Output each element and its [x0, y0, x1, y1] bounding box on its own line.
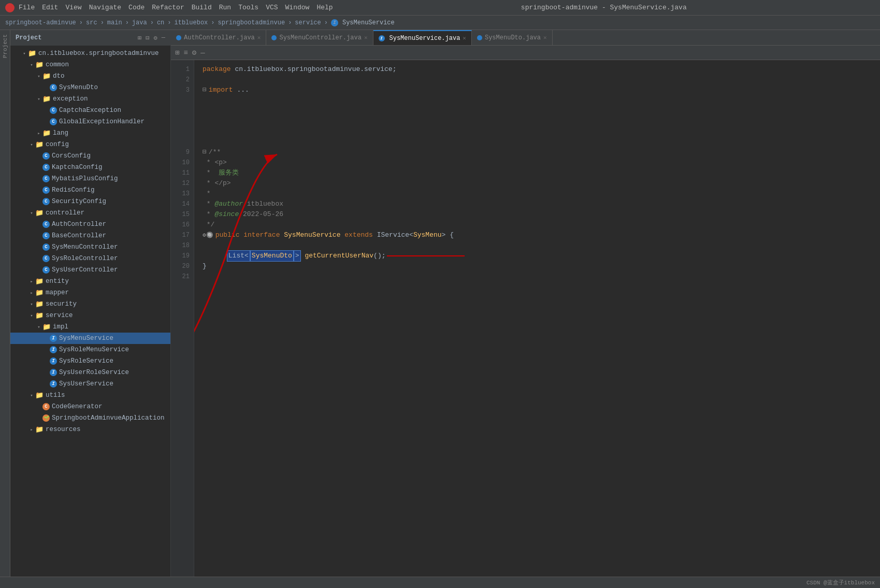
tab-icon [271, 35, 277, 40]
project-panel-tab[interactable]: Project [2, 34, 8, 58]
tree-label: SysMenuService [59, 335, 113, 342]
code-line-17: ⚙🔘 public interface SysMenuService exten… [203, 230, 880, 240]
menu-navigate[interactable]: Navigate [89, 4, 121, 11]
breadcrumb-item[interactable]: src [86, 19, 97, 26]
tree-item-config[interactable]: ▾ 📁 config [10, 139, 170, 150]
tree-item-common[interactable]: ▾ 📁 common [10, 59, 170, 70]
settings-btn[interactable]: ⚙ [154, 34, 157, 42]
tab-SysMenuController[interactable]: SysMenuController.java ✕ [266, 30, 373, 46]
menu-view[interactable]: View [65, 4, 81, 11]
tree-item-impl[interactable]: ▾ 📁 impl [10, 321, 170, 333]
tab-SysMenuService[interactable]: I SysMenuService.java ✕ [373, 30, 472, 46]
tree-item-root[interactable]: ▾ 📁 cn.itbluebox.springbootadminvue [10, 48, 170, 59]
class-icon: C [50, 118, 57, 125]
code-line-20: } [203, 261, 880, 271]
toolbar-structure-btn[interactable]: ⊞ [175, 48, 179, 57]
tree-item-utils[interactable]: ▾ 📁 utils [10, 390, 170, 401]
tree-item-exception[interactable]: ▾ 📁 exception [10, 93, 170, 105]
tree-item-SpringbootAdminvueApplication[interactable]: ▸ 🌱 SpringbootAdminvueApplication [10, 412, 170, 424]
code-content[interactable]: package cn.itbluebox.springbootadminvue.… [194, 60, 880, 577]
window-title: springboot-adminvue - SysMenuService.jav… [333, 4, 875, 11]
tree-label: SecurityConfig [52, 198, 106, 205]
tree-item-BaseController[interactable]: ▸ C BaseController [10, 230, 170, 241]
tree-item-MybatisPlusConfig[interactable]: ▸ C MybatisPlusConfig [10, 173, 170, 184]
folder-icon: 📁 [42, 129, 51, 137]
tree-label: dto [53, 73, 65, 80]
tab-close-btn[interactable]: ✕ [543, 34, 547, 41]
tree-item-KaptchaConfig[interactable]: ▸ C KaptchaConfig [10, 162, 170, 173]
editor-area: AuthController.java ✕ SysMenuController.… [171, 30, 880, 577]
interface-icon: I [50, 346, 57, 353]
tree-item-SysUserController[interactable]: ▸ C SysUserController [10, 264, 170, 276]
tree-item-CorsConfig[interactable]: ▸ C CorsConfig [10, 150, 170, 162]
tab-close-btn[interactable]: ✕ [463, 35, 466, 41]
menu-file[interactable]: File [19, 4, 35, 11]
breadcrumb-item[interactable]: main [107, 19, 122, 26]
tab-close-btn[interactable]: ✕ [257, 34, 261, 41]
menu-help[interactable]: Help [316, 4, 333, 11]
project-tree-panel: Project ⊞ ⊟ ⚙ — ▾ 📁 cn.itbluebox.springb… [10, 30, 171, 577]
tree-item-security[interactable]: ▾ 📁 security [10, 298, 170, 310]
tree-item-CaptchaException[interactable]: ▸ C CaptchaException [10, 105, 170, 116]
tree-item-CodeGenerator[interactable]: ▸ C CodeGenerator [10, 401, 170, 412]
tab-icon [176, 35, 181, 40]
menu-run[interactable]: Run [219, 4, 231, 11]
arrow-icon: ▾ [35, 73, 42, 80]
tree-item-SysUserRoleService[interactable]: ▸ I SysUserRoleService [10, 367, 170, 378]
breadcrumb-item[interactable]: springbootadminvue [218, 19, 285, 26]
tree-item-service[interactable]: ▾ 📁 service [10, 310, 170, 321]
breadcrumb-item[interactable]: itbluebox [174, 19, 208, 26]
tree-item-SysMenuService[interactable]: ▸ I SysMenuService [10, 333, 170, 344]
tree-item-mapper[interactable]: ▸ 📁 mapper [10, 287, 170, 298]
breadcrumb-item[interactable]: springboot-adminvue [5, 19, 76, 26]
tree-item-AuthController[interactable]: ▸ C AuthController [10, 219, 170, 230]
code-line-18 [203, 240, 880, 251]
tree-item-SysRoleController[interactable]: ▸ C SysRoleController [10, 253, 170, 264]
menu-code[interactable]: Code [128, 4, 145, 11]
tree-item-lang[interactable]: ▸ 📁 lang [10, 127, 170, 139]
tree-label: mapper [46, 289, 69, 296]
menu-vcs[interactable]: VCS [266, 4, 278, 11]
tree-item-resources[interactable]: ▸ 📁 resources [10, 424, 170, 435]
menu-edit[interactable]: Edit [42, 4, 58, 11]
breadcrumb-item[interactable]: cn [157, 19, 164, 26]
tab-close-btn[interactable]: ✕ [364, 34, 368, 41]
tree-item-SysMenuDto[interactable]: ▸ C SysMenuDto [10, 82, 170, 93]
code-editor: 1 2 3 9 10 11 12 13 14 15 16 17 18 19 [171, 60, 880, 577]
tree-label: exception [53, 95, 88, 103]
toolbar-minimize-btn[interactable]: — [200, 49, 205, 57]
tree-item-GlobalExceptionHandler[interactable]: ▸ C GlobalExceptionHandler [10, 116, 170, 127]
tree-item-SecurityConfig[interactable]: ▸ C SecurityConfig [10, 196, 170, 207]
expand-all-btn[interactable]: ⊞ [138, 34, 141, 42]
breadcrumb-item[interactable]: service [295, 19, 321, 26]
menu-window[interactable]: Window [285, 4, 310, 11]
arrow-icon: ▾ [21, 50, 28, 57]
tree-item-SysUserService[interactable]: ▸ I SysUserService [10, 378, 170, 390]
interface-icon: I [50, 335, 57, 342]
menu-refactor[interactable]: Refactor [152, 4, 184, 11]
folder-icon: 📁 [35, 277, 44, 285]
menu-bar[interactable]: File Edit View Navigate Code Refactor Bu… [19, 4, 333, 11]
menu-build[interactable]: Build [192, 4, 212, 11]
tree-item-controller[interactable]: ▾ 📁 controller [10, 207, 170, 219]
tab-SysMenuDto[interactable]: SysMenuDto.java ✕ [472, 30, 553, 46]
code-line-9: ⊟ /** [203, 147, 880, 157]
tree-label: GlobalExceptionHandler [59, 118, 145, 125]
minimize-btn[interactable]: — [162, 34, 165, 42]
tree-item-SysMenuController[interactable]: ▸ C SysMenuController [10, 241, 170, 253]
tree-item-entity[interactable]: ▸ 📁 entity [10, 276, 170, 287]
tree-item-RedisConfig[interactable]: ▸ C RedisConfig [10, 184, 170, 196]
tree-item-dto[interactable]: ▾ 📁 dto [10, 70, 170, 82]
breadcrumb-item[interactable]: java [132, 19, 147, 26]
menu-tools[interactable]: Tools [238, 4, 258, 11]
tree-item-SysRoleMenuService[interactable]: ▸ I SysRoleMenuService [10, 344, 170, 355]
tree-label: resources [46, 426, 81, 433]
toolbar-settings-btn[interactable]: ⚙ [192, 48, 196, 57]
tree-item-SysRoleService[interactable]: ▸ I SysRoleService [10, 355, 170, 367]
main-layout: Project Project ⊞ ⊟ ⚙ — ▾ 📁 cn.itbluebox… [0, 30, 880, 577]
collapse-all-btn[interactable]: ⊟ [146, 34, 149, 42]
tab-AuthController[interactable]: AuthController.java ✕ [171, 30, 266, 46]
toolbar-indent-btn[interactable]: ≡ [183, 49, 187, 57]
code-line-12: * </p> [203, 178, 880, 189]
code-line-5 [203, 106, 880, 116]
